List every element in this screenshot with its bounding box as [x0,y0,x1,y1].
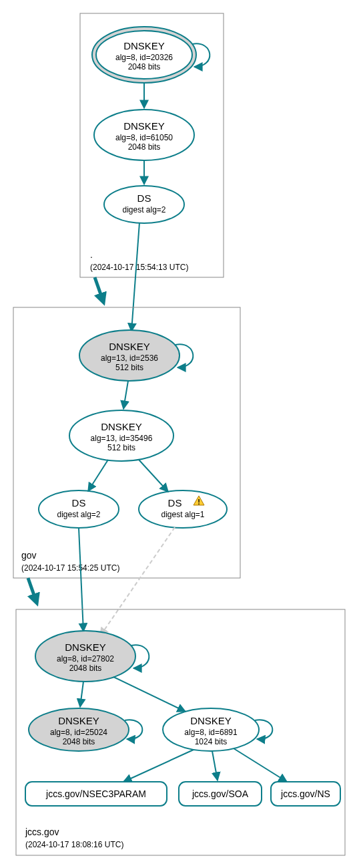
svg-text:DS: DS [137,192,151,204]
svg-text:DNSKEY: DNSKEY [101,421,142,432]
svg-text:DNSKEY: DNSKEY [109,341,150,352]
svg-text:digest alg=1: digest alg=1 [161,510,204,519]
svg-text:512 bits: 512 bits [107,443,135,452]
node-root-zsk: DNSKEY alg=8, id=61050 2048 bits [94,110,194,160]
zone-gov-timestamp: (2024-10-17 15:54:25 UTC) [21,563,119,573]
edge-gov-ds1-jccs-ksk [79,528,83,631]
svg-text:1024 bits: 1024 bits [195,737,228,746]
rrset-soa: jccs.gov/SOA [179,782,262,806]
svg-text:alg=8, id=25024: alg=8, id=25024 [50,728,107,737]
svg-text:digest alg=2: digest alg=2 [122,205,165,214]
node-gov-ds2: DS digest alg=1 ! [139,490,227,528]
edge-gov-ksk-zsk [123,381,128,409]
svg-point-10 [104,186,184,223]
zone-jccs-timestamp: (2024-10-17 18:08:16 UTC) [25,840,123,849]
svg-text:2048 bits: 2048 bits [128,142,161,152]
svg-text:DNSKEY: DNSKEY [123,120,165,132]
svg-text:alg=8, id=61050: alg=8, id=61050 [115,133,173,142]
svg-text:alg=8, id=27802: alg=8, id=27802 [57,654,114,664]
svg-text:DNSKEY: DNSKEY [123,40,165,51]
svg-point-22 [39,490,119,528]
zone-jccs: jccs.gov (2024-10-17 18:08:16 UTC) DNSKE… [16,609,345,855]
edge-jccs-zsk-soa [212,751,218,780]
edge-gov-ds2-jccs-ksk [100,527,175,636]
zone-root: . (2024-10-17 15:54:13 UTC) DNSKEY alg=8… [80,13,224,277]
node-jccs-zsk: DNSKEY alg=8, id=6891 1024 bits [163,708,259,751]
edge-delegation-gov-jccs [28,578,37,603]
dnssec-chain-diagram: . (2024-10-17 15:54:13 UTC) DNSKEY alg=8… [7,7,348,862]
edge-jccs-ksk-zsk [113,677,186,712]
edge-jccs-ksk-ksk2 [80,682,83,707]
node-gov-ds1: DS digest alg=2 [39,490,119,528]
svg-text:alg=8, id=20326: alg=8, id=20326 [115,53,173,62]
svg-text:jccs.gov/SOA: jccs.gov/SOA [192,788,249,799]
edge-jccs-zsk-nsec3 [123,750,194,782]
svg-text:alg=13, id=35496: alg=13, id=35496 [91,434,153,443]
svg-text:2048 bits: 2048 bits [69,664,102,673]
edge-gov-zsk-ds1 [88,460,108,491]
svg-text:512 bits: 512 bits [115,363,143,372]
edge-delegation-root-gov [95,277,103,302]
node-root-ksk: DNSKEY alg=8, id=20326 2048 bits [92,27,196,83]
node-gov-zsk: DNSKEY alg=13, id=35496 512 bits [69,410,173,461]
svg-text:DNSKEY: DNSKEY [190,715,232,726]
svg-text:digest alg=2: digest alg=2 [57,510,100,519]
node-jccs-ksk2: DNSKEY alg=8, id=25024 2048 bits [29,708,129,751]
rrset-nsec3param: jccs.gov/NSEC3PARAM [25,782,167,806]
rrset-ns: jccs.gov/NS [271,782,340,806]
svg-text:alg=13, id=2536: alg=13, id=2536 [101,353,158,363]
svg-text:!: ! [198,498,200,506]
svg-text:DS: DS [168,497,182,509]
svg-text:2048 bits: 2048 bits [63,737,95,746]
svg-text:DS: DS [72,497,86,509]
zone-gov-label: gov [21,550,37,561]
node-jccs-ksk: DNSKEY alg=8, id=27802 2048 bits [35,631,135,682]
edge-jccs-zsk-ns [234,748,287,782]
svg-text:DNSKEY: DNSKEY [65,641,106,653]
node-gov-ksk: DNSKEY alg=13, id=2536 512 bits [79,330,180,381]
zone-root-timestamp: (2024-10-17 15:54:13 UTC) [90,263,188,272]
zone-gov: gov (2024-10-17 15:54:25 UTC) DNSKEY alg… [13,307,240,578]
svg-point-25 [139,490,227,528]
node-root-ds: DS digest alg=2 [104,186,184,223]
svg-text:DNSKEY: DNSKEY [58,715,99,726]
zone-root-label: . [90,249,93,260]
svg-text:jccs.gov/NS: jccs.gov/NS [280,788,330,799]
edge-gov-zsk-ds2 [139,460,168,492]
svg-text:jccs.gov/NSEC3PARAM: jccs.gov/NSEC3PARAM [45,788,146,799]
svg-text:2048 bits: 2048 bits [128,62,161,71]
svg-text:alg=8, id=6891: alg=8, id=6891 [184,728,238,737]
zone-jccs-label: jccs.gov [25,827,59,837]
